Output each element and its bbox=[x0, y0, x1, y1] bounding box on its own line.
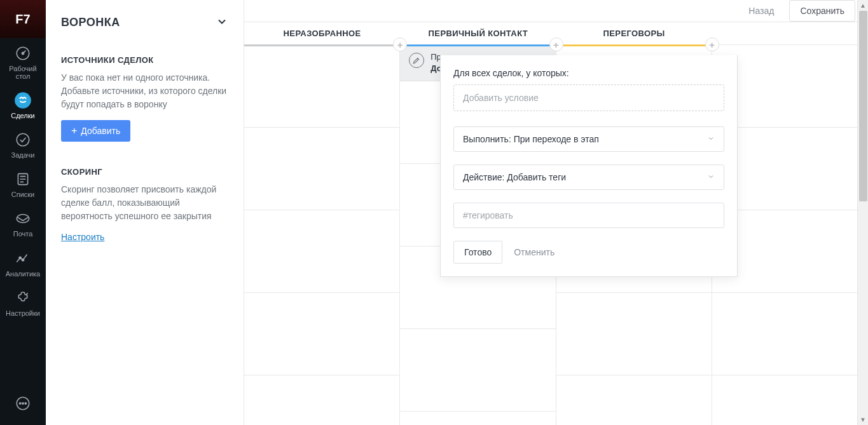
save-button[interactable]: Сохранить bbox=[789, 0, 855, 22]
nav-label: Списки bbox=[11, 191, 35, 198]
stage-cell[interactable] bbox=[556, 375, 712, 425]
scoring-configure-link[interactable]: Настроить bbox=[61, 232, 104, 242]
scroll-up-icon[interactable]: ▲ bbox=[858, 0, 868, 11]
action-select-value: Действие: Добавить теги bbox=[463, 172, 566, 182]
svg-point-2 bbox=[15, 92, 31, 109]
stage-header[interactable] bbox=[712, 22, 868, 45]
chevron-down-icon[interactable] bbox=[216, 15, 228, 30]
chevron-down-icon bbox=[707, 172, 715, 182]
stage-unsorted: НЕРАЗОБРАННОЕ + bbox=[244, 22, 400, 425]
stage-underline bbox=[400, 44, 556, 46]
stage-cell[interactable] bbox=[244, 128, 399, 210]
scoring-title: СКОРИНГ bbox=[61, 167, 228, 177]
vertical-scrollbar[interactable]: ▲ ▼ bbox=[857, 0, 868, 425]
stage-cell[interactable] bbox=[712, 375, 867, 425]
nav-deals[interactable]: Сделки bbox=[0, 85, 46, 125]
chat-icon bbox=[14, 395, 32, 412]
settings-icon bbox=[14, 289, 32, 307]
stage-cell[interactable] bbox=[400, 329, 555, 412]
add-source-label: Добавить bbox=[81, 126, 120, 136]
add-source-button[interactable]: + Добавить bbox=[61, 120, 130, 142]
svg-point-9 bbox=[20, 403, 21, 404]
chevron-down-icon bbox=[707, 134, 715, 144]
cancel-button[interactable]: Отменить bbox=[509, 241, 560, 264]
scroll-down-icon[interactable]: ▼ bbox=[858, 414, 868, 425]
nav-dashboard[interactable]: Рабочий стол bbox=[0, 38, 46, 85]
stage-name: ПЕРВИЧНЫЙ КОНТАКТ bbox=[429, 29, 528, 38]
svg-point-11 bbox=[25, 403, 26, 404]
svg-point-1 bbox=[22, 52, 24, 54]
nav-lists[interactable]: Списки bbox=[0, 164, 46, 203]
main: Назад Сохранить НЕРАЗОБРАННОЕ + bbox=[244, 0, 868, 425]
stage-underline bbox=[712, 44, 868, 45]
stage-cell[interactable] bbox=[244, 293, 399, 375]
nav-mail[interactable]: Почта bbox=[0, 203, 46, 243]
svg-point-10 bbox=[22, 403, 24, 404]
tag-input[interactable]: #тегировать bbox=[453, 203, 724, 228]
stage-name: НЕРАЗОБРАННОЕ bbox=[284, 29, 361, 38]
stage-header[interactable]: ПЕРВИЧНЫЙ КОНТАКТ + bbox=[400, 22, 556, 45]
nav-analytics[interactable]: Аналитика bbox=[0, 243, 46, 283]
trigger-config-panel: Для всех сделок, у которых: Добавить усл… bbox=[440, 55, 738, 277]
svg-point-3 bbox=[17, 134, 29, 147]
nav-label: Почта bbox=[13, 230, 33, 238]
analytics-icon bbox=[14, 250, 32, 267]
nav-label: Аналитика bbox=[6, 270, 40, 278]
add-stage-button[interactable]: + bbox=[549, 37, 563, 51]
mail-icon bbox=[14, 210, 32, 227]
nav-label: Задачи bbox=[11, 151, 35, 159]
nav-label: Сделки bbox=[11, 112, 35, 119]
stage-cell[interactable] bbox=[244, 375, 399, 425]
nav-settings[interactable]: Настройки bbox=[0, 283, 46, 322]
add-condition-input[interactable]: Добавить условие bbox=[453, 84, 724, 111]
stage-header[interactable]: НЕРАЗОБРАННОЕ + bbox=[244, 22, 400, 45]
nav-chat[interactable] bbox=[0, 388, 46, 425]
stage-cell[interactable] bbox=[244, 210, 399, 293]
list-icon bbox=[14, 170, 32, 188]
execute-select[interactable]: Выполнить: При переходе в этап bbox=[453, 126, 724, 152]
svg-point-6 bbox=[19, 257, 21, 259]
pipeline-title: ВОРОНКА bbox=[61, 16, 120, 29]
stage-name: ПЕРЕГОВОРЫ bbox=[603, 29, 665, 38]
svg-point-7 bbox=[22, 259, 24, 260]
stage-cell[interactable] bbox=[712, 293, 867, 375]
add-stage-button[interactable]: + bbox=[705, 37, 719, 51]
action-select[interactable]: Действие: Добавить теги bbox=[453, 165, 724, 190]
done-button[interactable]: Готово bbox=[453, 241, 502, 264]
stage-underline bbox=[556, 44, 712, 46]
topbar: Назад Сохранить bbox=[244, 0, 868, 22]
execute-select-value: Выполнить: При переходе в этап bbox=[463, 134, 599, 144]
sources-title: ИСТОЧНИКИ СДЕЛОК bbox=[61, 55, 228, 65]
scoring-text: Скоринг позволяет присвоить каждой сделк… bbox=[61, 183, 228, 223]
svg-point-5 bbox=[17, 215, 29, 223]
check-icon bbox=[14, 131, 32, 149]
pencil-icon bbox=[409, 53, 424, 68]
scoring-section: СКОРИНГ Скоринг позволяет присвоить кажд… bbox=[46, 157, 244, 257]
stage-underline bbox=[244, 44, 400, 46]
gauge-icon bbox=[14, 44, 32, 62]
deals-icon bbox=[14, 91, 32, 109]
stage-cell[interactable] bbox=[556, 293, 712, 375]
stage-cell[interactable] bbox=[400, 412, 555, 425]
plus-icon: + bbox=[71, 126, 77, 136]
nav-label: Настройки bbox=[6, 309, 40, 317]
stage-cell[interactable] bbox=[244, 45, 399, 128]
logo: F7 bbox=[0, 0, 46, 38]
sources-section: ИСТОЧНИКИ СДЕЛОК У вас пока нет ни одног… bbox=[46, 45, 244, 157]
conditions-label: Для всех сделок, у которых: bbox=[453, 68, 724, 78]
nav-label: Рабочий стол bbox=[3, 65, 43, 80]
stage-header[interactable]: ПЕРЕГОВОРЫ + bbox=[556, 22, 712, 45]
sources-text: У вас пока нет ни одного источника. Доба… bbox=[61, 71, 228, 111]
scroll-thumb[interactable] bbox=[859, 11, 867, 201]
nav-rail: F7 Рабочий стол Сделки Задачи Списки bbox=[0, 0, 46, 425]
nav-tasks[interactable]: Задачи bbox=[0, 125, 46, 164]
pipeline: НЕРАЗОБРАННОЕ + ПЕРВИЧНЫЙ КОНТАКТ + bbox=[244, 22, 868, 425]
sidebar: ВОРОНКА ИСТОЧНИКИ СДЕЛОК У вас пока нет … bbox=[46, 0, 244, 425]
back-button[interactable]: Назад bbox=[741, 1, 782, 21]
